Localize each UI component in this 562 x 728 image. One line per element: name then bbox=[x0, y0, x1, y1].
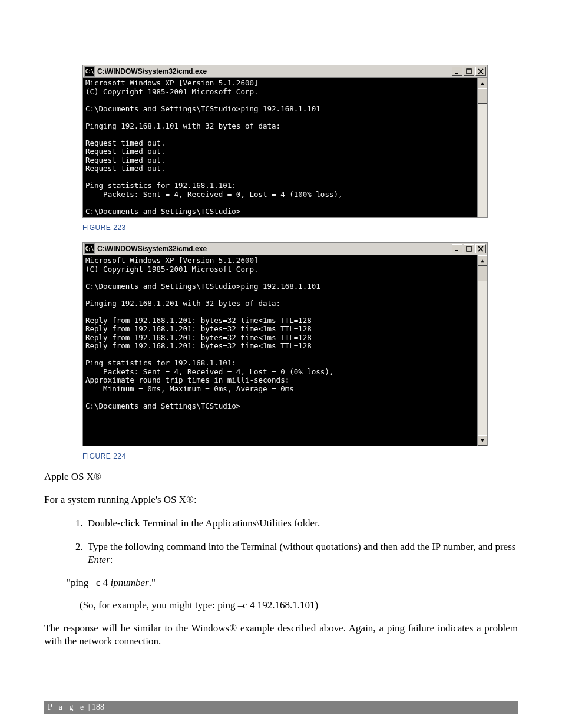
cmd2-titlebar: C:\ C:\WINDOWS\system32\cmd.exe bbox=[83, 243, 487, 255]
scroll-track bbox=[478, 281, 487, 435]
cmd-icon: C:\ bbox=[84, 243, 95, 254]
svg-rect-3 bbox=[467, 246, 471, 251]
svg-rect-1 bbox=[467, 69, 471, 74]
step-2-enter: Enter bbox=[88, 554, 110, 565]
scroll-thumb[interactable] bbox=[478, 88, 487, 104]
step-2-text-a: Type the following command into the Term… bbox=[88, 541, 515, 552]
minimize-icon[interactable] bbox=[452, 244, 462, 253]
cmd1-titlebar: C:\ C:\WINDOWS\system32\cmd.exe bbox=[83, 65, 487, 78]
page-footer: P a g e | 188 bbox=[44, 701, 518, 714]
cmd1-scrollbar[interactable]: ▲ bbox=[477, 78, 487, 217]
cmd1-output: Microsoft Windows XP [Version 5.1.2600] … bbox=[83, 78, 477, 217]
ping-command-template: "ping –c 4 ipnumber." bbox=[67, 577, 518, 589]
svg-rect-0 bbox=[455, 73, 458, 74]
cmd2-body: Microsoft Windows XP [Version 5.1.2600] … bbox=[83, 255, 487, 446]
scroll-down-icon[interactable]: ▼ bbox=[478, 435, 487, 446]
closing-paragraph: The response will be similar to the Wind… bbox=[44, 622, 518, 648]
footer-sep: | bbox=[86, 703, 92, 711]
ping-example: (So, for example, you might type: ping –… bbox=[80, 599, 518, 611]
ping-cmd-b: ." bbox=[149, 577, 156, 588]
close-icon[interactable] bbox=[475, 244, 486, 253]
minimize-icon[interactable] bbox=[452, 67, 462, 76]
maximize-icon[interactable] bbox=[464, 67, 474, 76]
scroll-thumb[interactable] bbox=[478, 266, 487, 281]
cmd-icon: C:\ bbox=[84, 66, 95, 77]
figure-caption-224: FIGURE 224 bbox=[82, 452, 518, 460]
step-2-text-b: : bbox=[110, 554, 113, 565]
cmd2-title: C:\WINDOWS\system32\cmd.exe bbox=[97, 245, 451, 253]
ping-cmd-ipnumber: ipnumber bbox=[110, 577, 148, 588]
footer-page-number: 188 bbox=[92, 703, 104, 711]
cmd-window-2: C:\ C:\WINDOWS\system32\cmd.exe Microsof… bbox=[82, 242, 488, 446]
svg-rect-2 bbox=[455, 250, 458, 251]
document-page: C:\ C:\WINDOWS\system32\cmd.exe Microsof… bbox=[0, 0, 562, 728]
cmd-window-1: C:\ C:\WINDOWS\system32\cmd.exe Microsof… bbox=[82, 65, 488, 218]
cmd1-title: C:\WINDOWS\system32\cmd.exe bbox=[97, 67, 451, 75]
maximize-icon[interactable] bbox=[464, 244, 474, 253]
footer-label: P a g e bbox=[48, 703, 86, 711]
cmd2-scrollbar[interactable]: ▲ ▼ bbox=[477, 255, 487, 446]
steps-list: Double-click Terminal in the Application… bbox=[44, 517, 518, 566]
cmd1-body: Microsoft Windows XP [Version 5.1.2600] … bbox=[83, 78, 487, 217]
scroll-up-icon[interactable]: ▲ bbox=[478, 78, 487, 88]
heading-apple-osx: Apple OS X® bbox=[44, 471, 518, 483]
scroll-track bbox=[478, 104, 487, 217]
scroll-up-icon[interactable]: ▲ bbox=[478, 255, 487, 266]
intro-paragraph: For a system running Apple's OS X®: bbox=[44, 493, 518, 506]
step-2: Type the following command into the Term… bbox=[85, 541, 518, 566]
ping-cmd-a: "ping –c 4 bbox=[67, 577, 110, 588]
figure-caption-223: FIGURE 223 bbox=[82, 223, 518, 232]
close-icon[interactable] bbox=[475, 67, 486, 76]
step-1: Double-click Terminal in the Application… bbox=[85, 517, 518, 530]
cmd2-output: Microsoft Windows XP [Version 5.1.2600] … bbox=[83, 255, 477, 446]
